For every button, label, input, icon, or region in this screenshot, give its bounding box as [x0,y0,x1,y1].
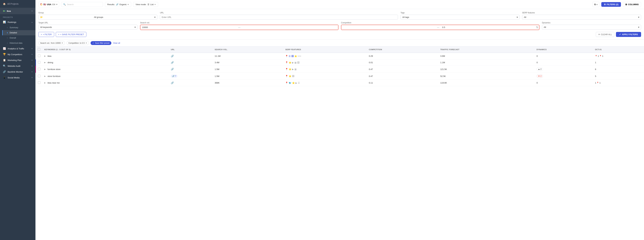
url-header-label: URL [171,49,175,51]
topbar: G 🇺🇸 USA EN ▾ 🔍 Search Results: 🔗 Organi… [36,0,644,9]
website-icon: 🔍 [3,65,6,67]
chevron-down-icon11: ▾ [596,3,598,6]
results-selector[interactable]: Results: 🔗 Organic ▾ [105,2,131,7]
project-selector[interactable]: 🇸🇪 Ikea ▾ [0,8,36,14]
search-vol-header[interactable]: SEARCH VOL. [213,47,283,53]
remove-competition-filter[interactable]: ✕ [86,42,87,44]
sidebar-item-analytics[interactable]: 📈 Analytics & Traffic ▾ [0,46,36,52]
url-link[interactable]: 🔗 [171,81,174,84]
url-filter: URL [160,12,398,20]
save-filter-preset-button[interactable]: ✓ Save filter preset [90,41,111,45]
date-header: OCT-01 [593,47,644,53]
search-vol-to[interactable] [242,25,338,30]
sidebar-item-rankings[interactable]: 📊 Rankings ▴ [0,19,36,25]
sidebar-logo[interactable]: 🏠 All Projects [0,0,36,8]
apply-filters-button[interactable]: ✓ APPLY FILTERS [616,32,641,37]
expand-icon[interactable]: ▶ [44,75,46,77]
dynamics-value: 0 [536,82,538,84]
remove-search-vol-filter[interactable]: ✕ [62,42,63,44]
copy-button[interactable]: ⧉ ▾ [592,2,599,7]
keyword-text: furniture store [48,68,60,71]
serp-select[interactable]: All ▾ [522,15,641,20]
dot-icon: ○ [7,27,8,29]
sidebar-item-backlink[interactable]: 🔗 Backlink Monitor ▾ [0,69,36,75]
chevron-down-icon7: ▾ [32,77,32,79]
serp-icon-star: ⭐ [289,75,292,77]
search-vol-value: 1.5M [215,75,219,77]
view-mode-selector[interactable]: View mode: ☰ List ▾ [133,2,158,7]
serp-cell: 📍 ☰ 🖼 ⭐ ••• [283,53,367,59]
keywords-header: KEYWORDS (1 - 5 OUT OF 5) [42,47,169,53]
copy-icon: ⧉ [594,3,596,6]
backlink-label: Backlink Monitor [8,71,23,73]
serp-icon-video: ▶ [292,61,294,64]
serp-icon-pin: 📍 [285,68,288,71]
save-preset-button[interactable]: + + SAVE FILTER PRESET [56,32,86,37]
row-checkbox[interactable] [38,68,40,70]
url-link[interactable]: 🔗 [171,55,174,57]
url-link[interactable]: 🔗 [171,68,174,71]
group-select[interactable]: 📁 All groups ▾ [38,15,157,20]
search-vol-cell: 368K [213,80,283,86]
sidebar-item-competitors[interactable]: 🏆 My Competitors ▾ [0,52,36,57]
row-checkbox[interactable] [38,81,40,84]
search-vol-cell: 3.4M [213,59,283,66]
chevron-down-icon14: ▾ [638,16,639,18]
sidebar-item-historical[interactable]: ○ Historical data [2,41,36,46]
active-filters-bar: Search vol.: from 10000 ✕ Competition: t… [36,40,644,47]
search-placeholder: Search [67,3,74,6]
url-input[interactable] [160,15,398,20]
table-row: ▶ ikea near me 🔗 368K 📍 🐦 [36,80,644,86]
serp-icon-twitter: 🐦 [289,82,292,84]
dynamics-header-label: DYNAMICS [536,49,547,51]
clear-all-button[interactable]: ✕ CLEAR ALL [596,32,614,37]
dynamics-value: 0 [536,55,538,57]
clear-all-link[interactable]: Clear all [113,42,120,44]
traffic-cell: 52.5K [438,73,534,80]
expand-icon[interactable]: ▶ [44,62,46,64]
competition-spinner[interactable]: ⇅ [535,26,539,29]
url-badge[interactable]: 🔗 7 [171,75,178,78]
tags-select[interactable]: All tags ▾ [400,15,520,20]
expand-icon[interactable]: ▶ [44,82,46,84]
serp-icon-video: ▶ [296,82,297,84]
dynamics-cell: 0 [534,80,593,86]
sidebar-item-social[interactable]: 📱 Social Media ▾ [0,75,36,81]
chevron-down-icon12: ▾ [154,16,156,18]
dynamics-select[interactable]: All ▾ [542,25,641,30]
url-cell: 🔗 [169,53,213,59]
keyword-cell: ▶ ikea [42,53,169,59]
columns-button[interactable]: ⊞ COLUMNS [623,2,641,7]
dot-icon2: ○ [7,37,8,39]
target-url-select[interactable]: All keywords ▾ [38,25,138,30]
competition-from[interactable] [341,25,436,30]
search-vol-from[interactable] [140,25,237,30]
filters-button[interactable]: ⚙ FILTERS (2) [601,2,621,7]
sidebar-item-detailed[interactable]: ● Detailed [2,30,36,35]
row-checkbox[interactable] [38,61,40,64]
chevron-down-icon15: ▾ [134,26,136,28]
sidebar-item-website[interactable]: 🔍 Website Audit ▾ [0,63,36,69]
sidebar-item-summary[interactable]: ○ Summary [2,25,36,30]
select-all-header[interactable] [36,47,42,53]
range-separator: — [237,26,242,29]
row-checkbox[interactable] [38,55,40,57]
add-filter-button[interactable]: + + FILTER [38,32,54,37]
search-input-container[interactable]: 🔍 Search [61,2,103,7]
tags-filter: Tags All tags ▾ [400,12,520,20]
search-engine-selector[interactable]: G 🇺🇸 USA EN ▾ [38,2,59,7]
expand-icon[interactable]: ▶ [44,68,46,70]
sidebar-item-marketing[interactable]: 📋 Marketing Plan ▾ [0,57,36,63]
columns-label: COLUMNS [628,3,639,6]
pos-value: 6 [595,68,596,71]
select-all-checkbox[interactable] [38,48,40,51]
competition-to[interactable] [440,25,535,30]
apply-label: APPLY FILTERS [622,33,638,36]
sidebar-item-overall[interactable]: ○ Overall [2,35,36,41]
filter-panel: Group 📁 All groups ▾ URL Tags All tags ▾ [36,9,644,40]
dynamics-value: All [544,26,546,28]
expand-icon[interactable]: ▶ [44,55,46,57]
chevron-down-icon4: ▾ [32,59,32,61]
url-link[interactable]: 🔗 [171,61,174,64]
row-checkbox[interactable] [38,75,40,77]
